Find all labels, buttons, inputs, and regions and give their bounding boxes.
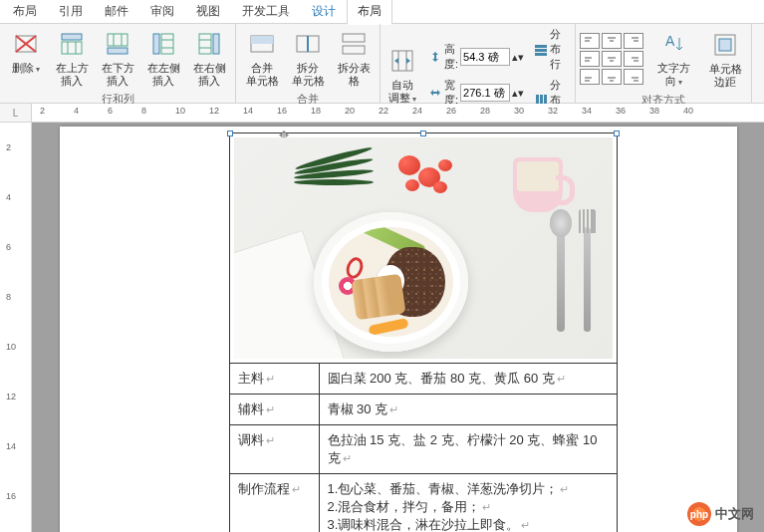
insert-right-icon (193, 28, 225, 60)
process-value-cell[interactable]: 1.包心菜、番茄、青椒、洋葱洗净切片； 2.混合食材，拌匀，备用； 3.调味料混… (319, 474, 617, 533)
svg-rect-16 (213, 34, 219, 54)
insert-above-icon (56, 28, 88, 60)
svg-rect-28 (535, 45, 547, 48)
split-cells-icon (292, 28, 324, 60)
svg-rect-11 (161, 34, 173, 54)
tab-layout[interactable]: 布局 (347, 0, 392, 25)
watermark-text: 中文网 (715, 505, 754, 523)
page[interactable]: ✥ (60, 127, 737, 532)
cell-margins-button[interactable]: 单元格 边距 (703, 27, 747, 91)
ribbon-group-align: A 文字方向 单元格 边距 对齐方式 (576, 24, 752, 103)
ruler-area: L 246810121416182022242628303234363840 (0, 104, 764, 123)
align-mr[interactable] (624, 51, 643, 67)
align-grid (580, 33, 643, 85)
split-table-icon (338, 28, 370, 60)
side-label-cell[interactable]: 辅料 (229, 395, 319, 425)
tab-mail[interactable]: 邮件 (94, 0, 139, 25)
height-icon (428, 50, 442, 64)
insert-below-button[interactable]: 在下方插入 (96, 26, 139, 90)
insert-right-label: 在右侧插入 (189, 62, 229, 88)
document-area: 246810121416 ✥ (0, 123, 764, 532)
delete-label: 删除 (12, 62, 40, 76)
process-line-1: 1.包心菜、番茄、青椒、洋葱洗净切片； (328, 480, 609, 498)
table-row-image (229, 133, 617, 364)
seasoning-value-cell[interactable]: 色拉油 15 克、盐 2 克、柠檬汁 20 克、蜂蜜 10 克 (319, 425, 617, 474)
height-label: 高度: (444, 42, 458, 72)
spinner-icon[interactable]: ▴▾ (512, 87, 524, 100)
height-input[interactable] (460, 48, 510, 66)
tab-layout-sub[interactable]: 布局 (2, 0, 48, 25)
insert-above-label: 在上方插入 (52, 62, 92, 88)
insert-below-label: 在下方插入 (98, 62, 137, 88)
merge-cells-icon (246, 28, 278, 60)
align-br[interactable] (624, 69, 643, 85)
svg-rect-8 (108, 48, 127, 54)
cell-margins-label: 单元格 边距 (709, 63, 742, 89)
recipe-table[interactable]: 主料 圆白菜 200 克、番茄 80 克、黄瓜 60 克 辅料 青椒 30 克 … (229, 133, 618, 532)
svg-rect-7 (108, 34, 127, 46)
cell-margins-icon (709, 29, 741, 61)
text-direction-icon: A (657, 28, 689, 60)
svg-rect-54 (719, 39, 731, 51)
align-tc[interactable] (602, 33, 622, 49)
merge-cells-button[interactable]: 合并 单元格 (240, 26, 284, 90)
insert-right-button[interactable]: 在右侧插入 (187, 26, 231, 90)
align-bl[interactable] (580, 69, 600, 85)
tab-design[interactable]: 设计 (301, 0, 347, 25)
ribbon-group-cellsize: 自动调整 高度: ▴▾ 宽度: ▴▾ 分布行 (381, 24, 576, 103)
align-mc[interactable] (602, 51, 622, 67)
selection-handle-tl[interactable] (227, 131, 233, 136)
align-ml[interactable] (580, 51, 600, 67)
ruler-horizontal[interactable]: 246810121416182022242628303234363840 (32, 104, 764, 122)
split-table-label: 拆分表格 (334, 62, 374, 88)
align-tr[interactable] (624, 33, 643, 49)
side-value-cell[interactable]: 青椒 30 克 (319, 395, 617, 425)
ribbon-group-merge: 合并 单元格 拆分 单元格 拆分表格 合并 (236, 24, 381, 103)
svg-rect-29 (535, 49, 547, 52)
selection-handle-tc[interactable] (420, 131, 426, 136)
spinner-icon[interactable]: ▴▾ (512, 51, 524, 64)
process-line-3: 3.调味料混合，淋在沙拉上即食。 (328, 516, 609, 532)
main-value-cell[interactable]: 圆白菜 200 克、番茄 80 克、黄瓜 60 克 (319, 364, 617, 395)
autofit-icon (386, 45, 418, 77)
image-cell[interactable] (229, 133, 617, 364)
svg-rect-12 (153, 34, 159, 54)
insert-above-button[interactable]: 在上方插入 (50, 26, 94, 90)
svg-rect-4 (62, 34, 82, 40)
split-table-button[interactable]: 拆分表格 (332, 26, 376, 90)
delete-button[interactable]: 删除 (4, 26, 48, 78)
main-label-cell[interactable]: 主料 (229, 364, 319, 395)
svg-rect-24 (343, 46, 365, 54)
tab-view[interactable]: 视图 (185, 0, 231, 25)
watermark: php 中文网 (687, 502, 754, 526)
dist-rows-icon (534, 43, 548, 57)
ribbon-group-rows-cols: 删除 在上方插入 在下方插入 在左侧插入 (0, 24, 236, 103)
tab-review[interactable]: 审阅 (139, 0, 185, 25)
insert-below-icon (102, 28, 133, 60)
align-bc[interactable] (602, 69, 622, 85)
align-tl[interactable] (580, 33, 600, 49)
selection-handle-tr[interactable] (614, 131, 620, 136)
delete-icon (10, 28, 42, 60)
table-row-process: 制作流程 1.包心菜、番茄、青椒、洋葱洗净切片； 2.混合食材，拌匀，备用； 3… (229, 474, 617, 533)
ruler-corner: L (0, 104, 32, 122)
width-input[interactable] (460, 84, 510, 102)
tab-reference[interactable]: 引用 (48, 0, 94, 25)
seasoning-label-cell[interactable]: 调料 (229, 425, 319, 474)
sort-button[interactable]: AZ 排序 (756, 26, 764, 77)
autofit-label: 自动调整 (386, 79, 418, 106)
ruler-vertical[interactable]: 246810121416 (0, 123, 32, 532)
svg-rect-30 (535, 53, 547, 56)
insert-left-button[interactable]: 在左侧插入 (141, 26, 185, 90)
autofit-button[interactable]: 自动调整 (384, 43, 420, 108)
process-label-cell[interactable]: 制作流程 (229, 474, 319, 533)
height-row[interactable]: 高度: ▴▾ (426, 41, 526, 73)
split-cells-label: 拆分 单元格 (292, 62, 325, 88)
food-image[interactable] (234, 137, 613, 359)
dist-rows-button[interactable]: 分布行 (532, 26, 571, 73)
split-cells-button[interactable]: 拆分 单元格 (286, 26, 330, 90)
merge-cells-label: 合并 单元格 (246, 62, 279, 88)
tab-developer[interactable]: 开发工具 (231, 0, 301, 25)
insert-left-label: 在左侧插入 (143, 62, 183, 88)
text-direction-button[interactable]: A 文字方向 (651, 26, 695, 91)
